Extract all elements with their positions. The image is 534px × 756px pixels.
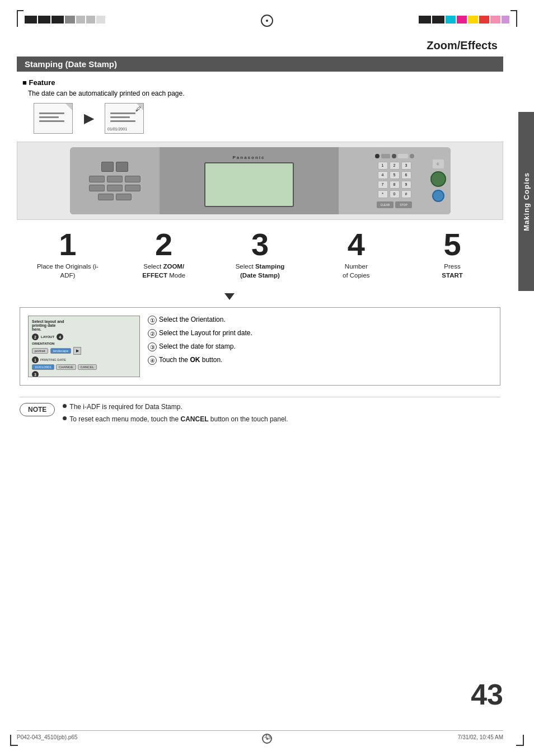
portrait-btn[interactable]: portrait [32, 348, 48, 354]
feature-heading: Feature [22, 78, 498, 87]
note-bullet-1: The i-ADF is required for Data Stamp. [63, 402, 288, 412]
copier-btn-1 [89, 176, 105, 182]
orientation-circle: 2 [32, 334, 39, 340]
action-buttons: CLEAR STOP [377, 201, 412, 208]
layout-label: LAYOUT [41, 335, 54, 339]
extra-button-visual [432, 190, 444, 202]
arrow-down-icon [223, 289, 236, 302]
doc-before [34, 103, 73, 134]
sub-inst-4: ④ Touch the OK button. [148, 356, 492, 365]
indicator-2 [381, 154, 390, 158]
corner-bracket-bottom-right [516, 735, 524, 746]
step-1-label: Place the Originals (i-ADF) [31, 262, 104, 280]
portrait-landscape-row: portrait landscape ▶ [32, 347, 136, 355]
sub-inst-2: ② Select the Layout for print date. [148, 329, 492, 338]
seg-1 [25, 16, 37, 24]
btn-row-1 [89, 176, 140, 182]
step-4-label: Numberof Copies [343, 262, 370, 280]
note-content: The i-ADF is required for Data Stamp. To… [63, 402, 288, 426]
key-5: 5 [390, 171, 400, 179]
corner-bracket-top-right [510, 10, 517, 27]
color-seg-yellow [468, 16, 478, 24]
color-seg-red [479, 16, 489, 24]
layout-circle: 4 [57, 334, 63, 340]
steps-section: 1 Place the Originals (i-ADF) 2 Select Z… [20, 229, 500, 280]
copier-far-right: C [430, 159, 446, 202]
copier-btn-8 [116, 194, 132, 200]
main-content-area: Zoom/Effects Stamping (Date Stamp) Featu… [17, 39, 503, 426]
copier-btn-4 [89, 185, 105, 191]
landscape-btn[interactable]: landscape [50, 348, 71, 354]
key-1: 1 [378, 162, 388, 170]
indicator-5 [410, 154, 414, 158]
copier-brand-label: Panasonic [204, 155, 294, 160]
printing-circle: 1 [32, 356, 39, 363]
fold-corner [65, 104, 72, 110]
step-3: 3 Select Stamping(Date Stamp) [223, 229, 296, 280]
arrow-right-icon: ▶ [84, 111, 93, 126]
sub-screen-content: Select layout andprinting datehere. 2 LA… [29, 316, 139, 377]
step-3-number: 3 [251, 229, 269, 260]
bullet-dot-2 [63, 416, 67, 420]
sub-inst-1-text: Select the Orientation. [159, 316, 226, 323]
copier-center: Panasonic [160, 147, 339, 214]
doc-line-after-3 [110, 120, 135, 122]
key-8: 8 [390, 181, 400, 189]
copier-body: Panasonic 1 2 3 4 5 [70, 147, 451, 214]
copier-center-content: Panasonic [204, 155, 294, 207]
sub-inst-2-text: Select the Layout for print date. [159, 329, 252, 337]
circle3-row: 3 [32, 371, 136, 377]
feature-description: The date can be automatically printed on… [28, 90, 498, 97]
sub-screen-title: Select layout andprinting datehere. [32, 320, 136, 331]
section-title-bar: Stamping (Date Stamp) [17, 57, 503, 72]
date-stamp-label: 01/01/2001 [107, 127, 127, 131]
sub-screen-mockup: Select layout andprinting datehere. 2 LA… [28, 316, 140, 377]
bottom-center-compass [262, 734, 272, 744]
clear-label: CLEAR [377, 201, 394, 208]
doc-line-3 [39, 120, 64, 122]
seg-3 [51, 16, 64, 24]
printing-date-label: PRINTING DATE [40, 358, 66, 361]
stop-label: STOP [395, 201, 412, 208]
copier-btn-2 [107, 176, 123, 182]
date-value-btn[interactable]: 31/01/2001 [32, 364, 54, 370]
doc-lines-after [110, 112, 138, 124]
sub-inst-1: ① Select the Orientation. [148, 316, 492, 325]
footer-right: 7/31/02, 10:45 AM [458, 734, 503, 740]
sub-instructions-box: Select layout andprinting datehere. 2 LA… [20, 307, 500, 386]
copier-btn-3 [125, 176, 140, 182]
side-tab-label: Making Copies [522, 172, 531, 231]
cancel-btn[interactable]: CANCEL [78, 364, 97, 370]
key-6: 6 [401, 171, 411, 179]
change-btn[interactable]: CHANGE [56, 364, 76, 370]
circle-num-4: ④ [148, 356, 157, 365]
step-2-label: Select ZOOM/EFFECT Mode [142, 262, 185, 280]
copier-left-panel [70, 147, 160, 214]
arrow-btn[interactable]: ▶ [73, 347, 81, 355]
step-1: 1 Place the Originals (i-ADF) [31, 229, 104, 280]
page-number: 43 [471, 678, 503, 711]
doc-illustration: ▶ 01/01/2001 🖊 [34, 103, 486, 134]
note-section: NOTE The i-ADF is required for Data Stam… [20, 397, 500, 426]
seg-5 [76, 16, 85, 24]
feature-section: Feature The date can be automatically pr… [17, 78, 503, 134]
seg-7 [96, 16, 105, 24]
center-compass-top [261, 15, 273, 27]
footer-left: P042-043_4510(pb).p65 [17, 734, 77, 740]
color-segment-bars [419, 16, 509, 24]
color-seg-black [419, 16, 431, 24]
orientation-row: 2 LAYOUT 4 [32, 334, 136, 340]
sub-instructions-text: ① Select the Orientation. ② Select the L… [148, 316, 492, 369]
sub-inst-3: ③ Select the date for stamp. [148, 342, 492, 351]
key-9: 9 [401, 181, 411, 189]
copier-screen [204, 162, 294, 207]
seg-2 [38, 16, 50, 24]
key-hash: # [401, 190, 411, 198]
step-5-number: 5 [444, 229, 461, 260]
copier-btn-6 [125, 185, 140, 191]
corner-bracket-top-left [17, 10, 24, 27]
top-decoration-left [17, 10, 105, 27]
copier-diagram: Panasonic 1 2 3 4 5 [17, 142, 503, 220]
step3-arrow-container [17, 289, 503, 304]
color-seg-pink [490, 16, 500, 24]
